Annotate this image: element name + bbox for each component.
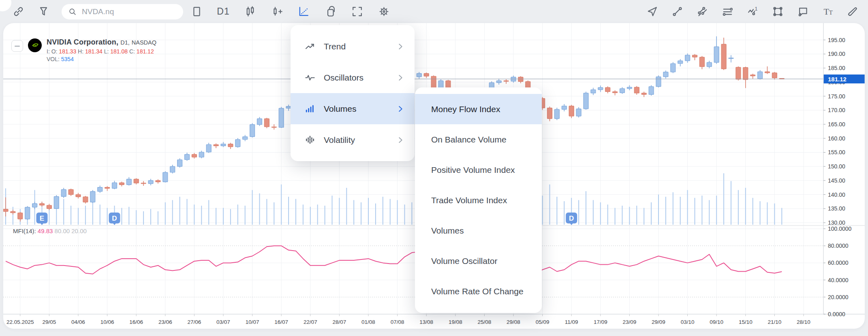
search-input[interactable] — [81, 7, 164, 17]
chevron-right-icon — [396, 104, 405, 113]
menu-item-volumes[interactable]: Volumes — [291, 93, 415, 124]
settings-button[interactable] — [374, 2, 393, 21]
fullscreen-button[interactable] — [348, 2, 366, 21]
svg-text:100.0000: 100.0000 — [828, 225, 852, 232]
chart-type-button[interactable] — [241, 2, 259, 21]
chevron-right-icon — [396, 73, 405, 82]
symbol-search[interactable] — [62, 4, 183, 19]
indicators-menu: Trend Oscillators Volumes Volatility — [291, 25, 415, 161]
trend-line-tool-button[interactable] — [668, 2, 686, 21]
nvidia-logo — [28, 38, 42, 52]
submenu-item-label: On Balance Volume — [431, 135, 507, 145]
svg-text:22.05.2025: 22.05.2025 — [6, 319, 34, 325]
marker-badge-D[interactable]: D — [109, 213, 120, 225]
minus-icon — [15, 46, 20, 47]
timeframe-button[interactable]: D1 — [214, 2, 233, 21]
legend-volume-row: VOL: 5354 — [47, 56, 156, 63]
chevron-right-icon — [396, 136, 405, 145]
svg-text:17/09: 17/09 — [594, 319, 607, 325]
brush-tool-button[interactable] — [844, 2, 862, 21]
svg-text:23/06: 23/06 — [158, 319, 172, 325]
svg-text:135.00: 135.00 — [828, 205, 845, 212]
templates-button[interactable] — [321, 2, 340, 21]
svg-text:25/08: 25/08 — [478, 319, 492, 325]
mfi-indicator-label[interactable]: MFI(14): 49.83 80.00 20.00 — [13, 228, 87, 234]
menu-item-oscillators[interactable]: Oscillators — [291, 62, 415, 93]
svg-text:09/10: 09/10 — [710, 319, 723, 325]
svg-text:13/08: 13/08 — [419, 319, 433, 325]
svg-text:27/06: 27/06 — [188, 319, 201, 325]
time-axis[interactable]: 22.05.202529/0504/0610/0616/0623/0627/06… — [6, 314, 810, 325]
submenu-item-on-balance-volume[interactable]: On Balance Volume — [415, 124, 542, 155]
legend-ohlc-row: I: O: 181.33 H: 181.34 L: 181.08 C: 181.… — [47, 48, 156, 55]
toolbar-left-group — [9, 0, 183, 23]
elliott-wave-tool-button[interactable]: 1 — [743, 2, 762, 21]
mfi-lower-threshold: 20.00 — [71, 228, 87, 234]
mfi-name: MFI(14): — [13, 228, 36, 234]
svg-text:21/10: 21/10 — [768, 319, 782, 325]
svg-text:190.00: 190.00 — [828, 51, 845, 57]
svg-text:0.0000: 0.0000 — [828, 311, 845, 317]
submenu-item-label: Positive Volume Index — [431, 165, 515, 175]
svg-text:165.00: 165.00 — [828, 121, 845, 128]
marker-badge-E[interactable]: E — [36, 213, 48, 225]
menu-item-volatility[interactable]: Volatility — [291, 124, 415, 155]
svg-text:145.00: 145.00 — [828, 177, 845, 184]
svg-text:16/06: 16/06 — [129, 319, 143, 325]
submenu-item-label: Volume Rate Of Change — [431, 287, 524, 296]
text-tool-button[interactable]: T T — [819, 2, 837, 21]
mfi-upper-threshold: 80.00 — [55, 228, 70, 234]
volumes-submenu: Money Flow Index On Balance Volume Posit… — [415, 87, 542, 313]
brush-icon — [847, 5, 859, 18]
submenu-item-volumes[interactable]: Volumes — [415, 215, 542, 246]
svg-text:195.00: 195.00 — [828, 37, 845, 43]
marker-badge-D[interactable]: D — [566, 213, 577, 225]
submenu-item-label: Trade Volume Index — [431, 196, 507, 205]
indicators-button[interactable] — [294, 2, 313, 21]
svg-text:28/10: 28/10 — [797, 319, 810, 325]
symbol-name: NVIDIA Corporation, — [47, 38, 118, 46]
menu-item-label: Volatility — [324, 135, 396, 145]
legend-timeframe: D1, — [120, 39, 130, 46]
rectangle-shape-icon — [772, 5, 784, 18]
submenu-item-trade-volume-index[interactable]: Trade Volume Index — [415, 185, 542, 215]
submenu-item-positive-volume-index[interactable]: Positive Volume Index — [415, 155, 542, 185]
submenu-item-label: Volume Oscillator — [431, 256, 497, 266]
horizontal-line-tool-button[interactable] — [718, 2, 737, 21]
filter-button[interactable] — [34, 2, 53, 21]
horizontal-lines-icon — [721, 5, 734, 18]
compare-add-button[interactable] — [267, 2, 286, 21]
nvidia-eye-icon — [30, 40, 40, 51]
submenu-item-money-flow-index[interactable]: Money Flow Index — [415, 94, 542, 124]
legend-collapse-button[interactable] — [11, 40, 23, 52]
svg-text:28/07: 28/07 — [333, 319, 346, 325]
link-button[interactable] — [9, 2, 28, 21]
svg-text:23/09: 23/09 — [623, 319, 637, 325]
legend-title-row[interactable]: NVIDIA Corporation, D1, NASDAQ — [47, 38, 156, 47]
menu-item-trend[interactable]: Trend — [291, 31, 415, 62]
volumes-icon — [303, 102, 317, 116]
mfi-line — [6, 246, 782, 274]
svg-text:80.0000: 80.0000 — [828, 242, 849, 249]
volume-value: 5354 — [61, 56, 74, 62]
layout-button[interactable] — [187, 2, 206, 21]
mfi-value: 49.83 — [38, 228, 53, 234]
submenu-item-volume-oscillator[interactable]: Volume Oscillator — [415, 246, 542, 276]
svg-text:29/05: 29/05 — [43, 319, 56, 325]
svg-text:10/07: 10/07 — [246, 319, 259, 325]
toolbar-center-group: D1 — [187, 0, 393, 23]
menu-item-label: Trend — [324, 42, 396, 51]
open-value: 181.33 — [59, 48, 76, 55]
comment-icon — [797, 5, 809, 18]
shapes-tool-button[interactable] — [768, 2, 787, 21]
svg-text:01/08: 01/08 — [361, 319, 375, 325]
timeframe-label: D1 — [215, 6, 231, 17]
cursor-icon — [646, 5, 658, 18]
trend-icon — [303, 39, 317, 54]
annotation-tool-button[interactable] — [793, 2, 812, 21]
cursor-tool-button[interactable] — [643, 2, 661, 21]
submenu-item-volume-rate-of-change[interactable]: Volume Rate Of Change — [415, 276, 542, 306]
channel-tool-button[interactable] — [693, 2, 712, 21]
svg-text:155.00: 155.00 — [828, 149, 845, 155]
indicators-icon — [297, 5, 310, 18]
